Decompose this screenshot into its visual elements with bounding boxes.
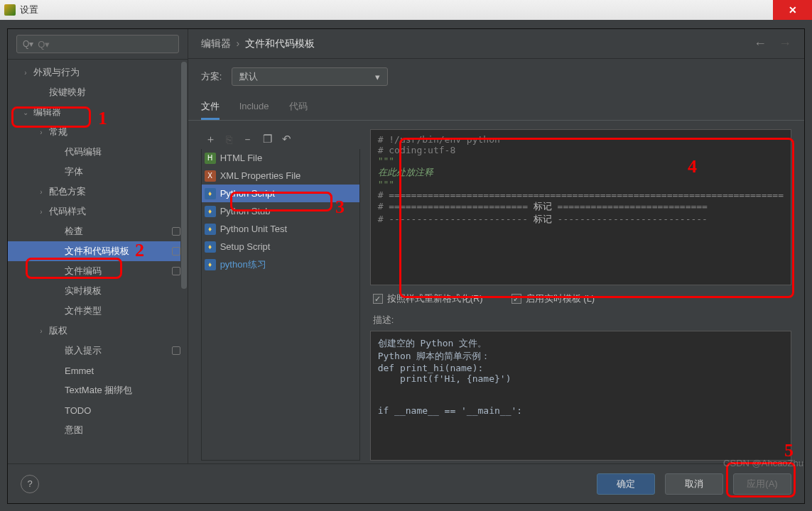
- template-item[interactable]: ♦python练习: [202, 256, 359, 273]
- sidebar-item[interactable]: 嵌入提示: [8, 341, 188, 361]
- settings-tree[interactable]: ›外观与行为按键映射⌄编辑器›常规代码编辑字体›配色方案›代码样式检查文件和代码…: [8, 60, 188, 463]
- sidebar-item-label: 文件类型: [65, 304, 102, 317]
- live-label: 启用实时模板 (L): [526, 292, 595, 305]
- sidebar-item[interactable]: ›配色方案: [8, 182, 188, 202]
- sidebar-item-label: 常规: [49, 126, 67, 138]
- sidebar-item[interactable]: 检查: [8, 221, 188, 241]
- template-item[interactable]: ♦Python Stub: [202, 202, 359, 220]
- template-item-label: Python Script: [220, 188, 275, 199]
- scheme-label: 方案:: [201, 70, 222, 83]
- checkbox-icon: ✓: [373, 294, 383, 304]
- sidebar-item-label: 编辑器: [33, 106, 61, 119]
- window-titlebar: 设置 ✕: [0, 0, 812, 20]
- sidebar-scrollbar[interactable]: [180, 62, 188, 346]
- settings-dialog: Q▾ ›外观与行为按键映射⌄编辑器›常规代码编辑字体›配色方案›代码样式检查文件…: [7, 28, 805, 504]
- sidebar-item[interactable]: Emmet: [8, 361, 188, 380]
- code-line: # coding:utf-8: [378, 145, 456, 155]
- ok-label: 确定: [617, 478, 635, 490]
- sidebar-item-label: 外观与行为: [33, 66, 80, 79]
- search-input[interactable]: [38, 39, 172, 50]
- sidebar-item[interactable]: 按键映射: [8, 82, 188, 102]
- ok-button[interactable]: 确定: [597, 473, 655, 495]
- sidebar-item-label: 字体: [65, 165, 83, 178]
- add-template-button[interactable]: ＋: [205, 133, 216, 146]
- tab[interactable]: 文件: [201, 94, 220, 120]
- sidebar-item[interactable]: 文件编码: [8, 261, 188, 281]
- chevron-icon: ›: [21, 69, 31, 77]
- description-box: 创建空的 Python 文件。 Python 脚本的简单示例： def prin…: [370, 331, 791, 461]
- nav-arrows: ← →: [745, 36, 791, 51]
- window-close-button[interactable]: ✕: [773, 0, 812, 20]
- sidebar-scroll-thumb[interactable]: [181, 62, 187, 289]
- reformat-checkbox[interactable]: ✓ 按照样式重新格式化(R): [373, 292, 483, 305]
- chevron-down-icon: ▾: [375, 72, 380, 82]
- sidebar-item[interactable]: 文件类型: [8, 301, 188, 321]
- template-panel: ＋ ⎘ － ❐ ↶ HHTML FileXXML Properties File…: [201, 129, 360, 461]
- watermark: CSDN @AhcaoZhu: [723, 458, 803, 468]
- scheme-select[interactable]: 默认 ▾: [232, 67, 388, 86]
- sidebar-item-label: 代码编辑: [65, 145, 102, 158]
- template-item[interactable]: ♦Python Script: [202, 185, 359, 202]
- remove-template-button[interactable]: －: [242, 133, 253, 146]
- sidebar-item[interactable]: 代码编辑: [8, 142, 188, 162]
- editor-panel: # !/usr/bin/env python # coding:utf-8 ""…: [370, 129, 791, 461]
- chevron-icon: ›: [36, 128, 46, 136]
- code-line: # -------------------------: [378, 214, 534, 224]
- live-template-checkbox[interactable]: ✓ 启用实时模板 (L): [511, 292, 595, 305]
- template-item[interactable]: XXML Properties File: [202, 167, 359, 185]
- py-file-icon: ♦: [205, 259, 216, 270]
- tabs: 文件Include代码: [188, 94, 804, 121]
- checkbox-icon: ✓: [511, 294, 521, 304]
- cancel-label: 取消: [685, 478, 703, 490]
- scope-icon: [172, 247, 180, 256]
- help-button[interactable]: ?: [21, 475, 39, 493]
- template-list[interactable]: HHTML FileXXML Properties File♦Python Sc…: [201, 149, 360, 461]
- copy-template-button[interactable]: ❐: [263, 133, 272, 145]
- sidebar-item[interactable]: ›常规: [8, 122, 188, 142]
- sidebar-item-label: 实时模板: [65, 285, 102, 297]
- app-icon: [4, 4, 16, 16]
- py-file-icon: ♦: [205, 206, 216, 217]
- code-line: """: [378, 155, 394, 166]
- py-file-icon: ♦: [205, 188, 216, 199]
- scope-icon: [172, 346, 180, 355]
- desc-line: 创建空的 Python 文件。: [378, 338, 487, 348]
- apply-button[interactable]: 应用(A): [733, 473, 791, 495]
- desc-line: def print_hi(name):: [378, 363, 484, 373]
- chevron-icon: ⌄: [21, 109, 31, 116]
- template-item[interactable]: HHTML File: [202, 149, 359, 167]
- chevron-icon: ›: [36, 208, 46, 216]
- code-mark: 标记: [534, 214, 552, 224]
- search-input-wrap[interactable]: Q▾: [16, 35, 179, 53]
- sidebar-item[interactable]: TODO: [8, 400, 188, 420]
- sidebar-item-label: 意图: [65, 424, 83, 436]
- sidebar-item-label: 配色方案: [49, 185, 86, 198]
- sidebar-item[interactable]: 意图: [8, 420, 188, 440]
- breadcrumb-a[interactable]: 编辑器: [201, 38, 231, 49]
- sidebar-item-label: TODO: [65, 405, 91, 416]
- template-item-label: Python Stub: [220, 206, 271, 216]
- template-item[interactable]: ♦Python Unit Test: [202, 220, 359, 238]
- cancel-button[interactable]: 取消: [665, 473, 723, 495]
- tab[interactable]: Include: [239, 94, 269, 120]
- undo-template-button[interactable]: ↶: [282, 133, 291, 145]
- template-item[interactable]: ♦Setup Script: [202, 238, 359, 256]
- code-editor[interactable]: # !/usr/bin/env python # coding:utf-8 ""…: [370, 129, 791, 285]
- sidebar-item[interactable]: ›外观与行为: [8, 62, 188, 82]
- sidebar-item[interactable]: 字体: [8, 162, 188, 182]
- sidebar-item[interactable]: ›代码样式: [8, 202, 188, 221]
- sidebar-item-label: 嵌入提示: [65, 344, 102, 357]
- sidebar-item[interactable]: 实时模板: [8, 281, 188, 301]
- nav-back-icon[interactable]: ←: [754, 36, 767, 50]
- breadcrumb-b: 文件和代码模板: [245, 38, 315, 49]
- sidebar-item[interactable]: 文件和代码模板: [8, 241, 188, 261]
- sidebar-item[interactable]: ⌄编辑器: [8, 102, 188, 122]
- sidebar-item-label: 文件和代码模板: [65, 245, 129, 258]
- tab[interactable]: 代码: [289, 94, 308, 120]
- sidebar-item-label: 版权: [49, 324, 67, 337]
- nav-fwd-icon[interactable]: →: [779, 36, 791, 50]
- sidebar-item-label: TextMate 捆绑包: [65, 384, 132, 397]
- sidebar-item[interactable]: TextMate 捆绑包: [8, 380, 188, 400]
- copy-disabled-button: ⎘: [226, 133, 232, 145]
- sidebar-item[interactable]: ›版权: [8, 321, 188, 341]
